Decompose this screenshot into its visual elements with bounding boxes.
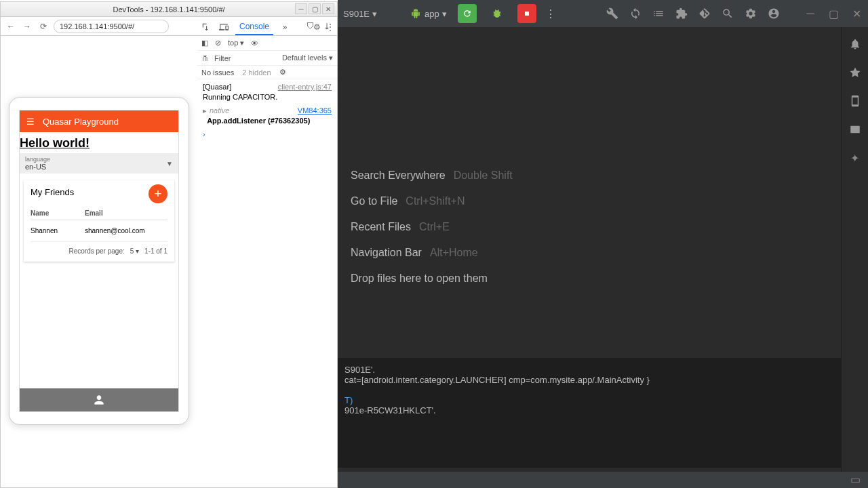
devtools-settings-icon[interactable]: ⚙	[313, 22, 321, 32]
android-icon	[410, 7, 422, 20]
no-issues-label: No issues	[201, 68, 234, 77]
app-footer	[20, 388, 178, 411]
cell-email: shannen@cool.com	[85, 227, 167, 235]
emulator-icon[interactable]	[849, 123, 861, 136]
more-icon[interactable]: ⋮	[545, 7, 557, 20]
friends-table: Name Email Shannen shannen@cool.com Reco…	[31, 209, 167, 255]
filter-input[interactable]: Filter	[214, 54, 231, 62]
console-toolbar-2: ⫚ Filter Default levels ▾	[197, 51, 337, 66]
welcome-goto: Go to File	[351, 195, 397, 207]
select-value: en-US	[25, 163, 173, 171]
notifications-icon[interactable]	[849, 38, 861, 50]
device-manager-icon[interactable]	[849, 95, 861, 107]
minimize-button[interactable]: ─	[295, 3, 307, 14]
ide-run-output[interactable]: S901E'. cat=[android.intent.category.LAU…	[338, 358, 841, 468]
run-button[interactable]	[458, 4, 477, 23]
device-toggle-icon[interactable]	[218, 21, 230, 33]
more-tabs-icon[interactable]: »	[279, 21, 291, 33]
close-button[interactable]: ✕	[322, 3, 334, 14]
ide-toolbar: S901E ▾ app ▾ ⋮ ─ ▢ ✕	[338, 0, 868, 27]
page-range: 1-1 of 1	[144, 247, 167, 255]
back-button[interactable]: ←	[5, 20, 17, 33]
issues-settings-icon[interactable]: ⚙	[279, 68, 286, 77]
col-email[interactable]: Email	[85, 209, 167, 217]
structure-icon[interactable]	[652, 7, 665, 20]
log-source-link[interactable]: client-entry.js:47	[278, 82, 332, 92]
plugin-icon[interactable]	[675, 7, 688, 20]
welcome-nav: Navigation Bar	[351, 247, 422, 259]
console-output[interactable]: client-entry.js:47 [Quasar] Running CAPA…	[197, 79, 337, 487]
app-body: Hello world! language en-US ▼ My Friends…	[20, 132, 178, 388]
terminal-icon[interactable]: ▭	[849, 473, 861, 485]
language-select[interactable]: language en-US ▼	[20, 153, 178, 174]
ide-right-toolwindow-bar: ✦	[841, 27, 868, 488]
minimize-icon[interactable]: ─	[804, 7, 816, 20]
filter-icon: ⫚	[201, 54, 209, 62]
device-preview-frame: ☰ Quasar Playground Hello world! languag…	[9, 97, 189, 425]
device-label: S901E	[343, 9, 370, 19]
term-l2: cat=[android.intent.category.LAUNCHER] c…	[344, 375, 650, 385]
console-toolbar-1: ◧ ⊘ top ▾ 👁	[197, 36, 337, 51]
log-native: native	[210, 106, 229, 115]
app-viewport: ☰ Quasar Playground Hello world! languag…	[19, 110, 179, 412]
stop-button[interactable]	[517, 4, 536, 23]
ide-welcome-panel: Search EverywhereDouble Shift Go to File…	[351, 169, 513, 298]
chevron-down-icon: ▼	[166, 160, 173, 167]
address-bar[interactable]: 192.168.1.141:9500/#/	[54, 20, 169, 33]
log-source-link[interactable]: VM84:365	[298, 106, 332, 116]
tab-console[interactable]: Console	[235, 19, 273, 35]
url-text: 192.168.1.141:9500/#/	[60, 22, 134, 30]
maximize-button[interactable]: ▢	[309, 3, 321, 14]
welcome-drop: Drop files here to open them	[351, 272, 488, 285]
table-row[interactable]: Shannen shannen@cool.com	[31, 220, 167, 242]
friends-card: My Friends + Name Email Shannen shannen@…	[24, 180, 174, 262]
log-levels-selector[interactable]: Default levels ▾	[282, 54, 333, 62]
reload-button[interactable]: ⟳	[37, 20, 50, 33]
log-tag: [Quasar]	[203, 83, 231, 91]
close-icon[interactable]: ✕	[850, 7, 863, 20]
gradle-icon[interactable]	[849, 66, 861, 79]
app-header: ☰ Quasar Playground	[20, 110, 178, 132]
rpp-label: Records per page:	[68, 247, 124, 255]
build-icon[interactable]	[606, 7, 618, 20]
debug-button[interactable]	[488, 4, 507, 23]
maximize-icon[interactable]: ▢	[827, 7, 840, 20]
context-selector[interactable]: top ▾	[228, 39, 244, 47]
card-title: My Friends	[31, 187, 167, 197]
sync-icon[interactable]	[629, 7, 642, 20]
devtools-menu-icon[interactable]: ⋮	[326, 22, 334, 32]
rpp-select[interactable]: 5 ▾	[130, 247, 139, 255]
git-icon[interactable]	[698, 7, 711, 20]
search-icon[interactable]	[722, 7, 734, 20]
term-l3: T)	[344, 395, 353, 405]
add-friend-button[interactable]: +	[149, 184, 167, 203]
devtools-window: DevTools - 192.168.1.141:9500/#/ ─ ▢ ✕ ←…	[0, 1, 338, 488]
welcome-nav-key: Alt+Home	[430, 247, 478, 259]
select-label: language	[25, 156, 173, 163]
inspect-icon[interactable]	[200, 21, 212, 33]
ai-icon[interactable]: ✦	[849, 152, 861, 164]
col-name[interactable]: Name	[31, 209, 85, 217]
sidebar-toggle-icon[interactable]: ◧	[201, 39, 208, 47]
console-log-row: client-entry.js:47 [Quasar] Running CAPA…	[203, 82, 332, 103]
devtools-tab-bar: Console » ⚙ ⋮	[197, 18, 337, 36]
welcome-recent-key: Ctrl+E	[419, 221, 450, 233]
forward-button[interactable]: →	[21, 20, 33, 33]
settings-icon[interactable]	[745, 7, 757, 20]
person-icon[interactable]	[92, 393, 106, 407]
run-config-selector[interactable]: app ▾	[410, 7, 447, 20]
expand-caret-icon[interactable]: ▸	[203, 106, 207, 115]
account-icon[interactable]	[768, 7, 780, 20]
table-header: Name Email	[31, 209, 167, 220]
console-issues-bar: No issues 2 hidden ⚙	[197, 66, 337, 79]
live-expression-icon[interactable]: 👁	[251, 39, 258, 47]
page-heading: Hello world!	[20, 132, 178, 153]
device-selector[interactable]: S901E ▾	[343, 9, 377, 19]
menu-icon[interactable]: ☰	[26, 117, 35, 127]
console-prompt[interactable]: ›	[203, 129, 332, 140]
window-titlebar[interactable]: DevTools - 192.168.1.141:9500/#/ ─ ▢ ✕	[1, 2, 337, 17]
clear-console-icon[interactable]: ⊘	[215, 39, 221, 47]
chevron-down-icon: ▾	[372, 9, 377, 19]
chevron-down-icon: ▾	[442, 9, 447, 19]
hidden-count: 2 hidden	[242, 68, 271, 77]
